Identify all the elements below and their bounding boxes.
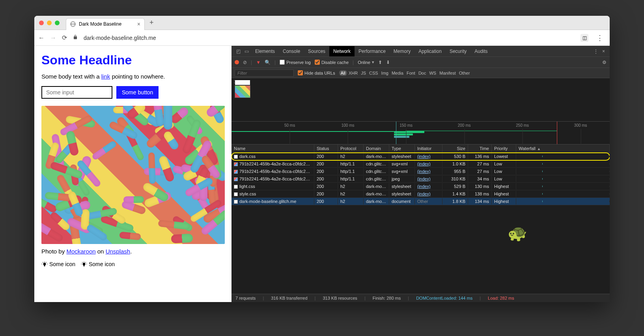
col-name[interactable]: Name — [231, 145, 314, 152]
titlebar: Dark Mode Baseline × + — [34, 16, 610, 30]
table-row[interactable]: 791b2241-459b-4a2e-8cca-c0fdc2…200http/1… — [231, 175, 610, 183]
status-finish: Finish: 280 ms — [373, 296, 401, 300]
col-size[interactable]: Size — [442, 145, 468, 152]
timeline-bar — [394, 131, 424, 133]
icon-item-2: Some icon — [81, 261, 115, 268]
table-row[interactable]: light.css200h2dark-mo…stylesheet(index)5… — [231, 183, 610, 190]
page-body: Some body text with a link pointing to n… — [41, 73, 224, 80]
filter-type-doc[interactable]: Doc — [417, 70, 428, 76]
close-window-button[interactable] — [39, 21, 44, 25]
filter-type-js[interactable]: JS — [359, 70, 368, 76]
timeline-bar — [231, 131, 394, 132]
filter-type-ws[interactable]: WS — [427, 70, 438, 76]
col-domain[interactable]: Domain — [364, 145, 389, 152]
maximize-window-button[interactable] — [55, 21, 60, 25]
text-input[interactable] — [41, 86, 112, 99]
caption-author-link[interactable]: Mockaroon — [66, 248, 95, 255]
timeline-bar — [394, 133, 413, 135]
filter-input[interactable] — [235, 69, 294, 77]
upload-icon[interactable]: ⬆ — [378, 60, 382, 65]
url-text[interactable]: dark-mode-baseline.glitch.me — [84, 35, 575, 41]
minimize-window-button[interactable] — [47, 21, 52, 25]
timeline-tick: 150 ms — [399, 123, 413, 128]
table-row[interactable]: 791b2241-459b-4a2e-8cca-c0fdc2…200http/1… — [231, 168, 610, 175]
filter-toggle-icon[interactable]: ▼ — [256, 60, 261, 65]
extension-icon[interactable]: ◫ — [581, 34, 588, 42]
devtools-tab-memory[interactable]: Memory — [390, 46, 414, 56]
record-button[interactable] — [235, 60, 239, 64]
status-requests: 7 requests — [235, 296, 256, 300]
devtools-tab-performance[interactable]: Performance — [355, 46, 390, 56]
timeline-tick: 300 ms — [574, 123, 587, 128]
inspect-icon[interactable]: ◰ — [235, 47, 242, 56]
table-row[interactable]: dark-mode-baseline.glitch.me200h2dark-mo… — [231, 198, 610, 205]
col-initiator[interactable]: Initiator — [415, 145, 442, 152]
table-row[interactable]: 791b2241-459b-4a2e-8cca-c0fdc2…200http/1… — [231, 160, 610, 168]
search-icon[interactable]: 🔍 — [265, 60, 271, 65]
col-type[interactable]: Type — [389, 145, 415, 152]
filter-type-media[interactable]: Media — [390, 70, 405, 76]
disable-cache-checkbox[interactable]: Disable cache — [315, 60, 349, 65]
svg-rect-1 — [44, 265, 45, 267]
devtools-tab-elements[interactable]: Elements — [251, 46, 279, 56]
devtools-tab-application[interactable]: Application — [414, 46, 446, 56]
table-row[interactable]: dark.css200h2dark-mo…stylesheet(index)53… — [231, 153, 610, 160]
filter-type-manifest[interactable]: Manifest — [438, 70, 457, 76]
form-row: Some button — [41, 86, 224, 99]
throttling-select[interactable]: Online▾ — [358, 60, 374, 65]
col-status[interactable]: Status — [314, 145, 338, 152]
turtle-emoji: 🐢 — [508, 224, 527, 242]
icon-item-1: Some icon — [41, 261, 75, 268]
preserve-log-checkbox[interactable]: Preserve log — [280, 60, 311, 65]
timeline-tick: 100 ms — [342, 123, 355, 128]
download-icon[interactable]: ⬇ — [386, 60, 390, 65]
submit-button[interactable]: Some button — [116, 86, 159, 99]
page-content: Some Headline Some body text with a link… — [34, 46, 231, 302]
table-row[interactable]: style.css200h2dark-mo…stylesheet(index)1… — [231, 190, 610, 198]
devtools-tab-sources[interactable]: Sources — [304, 46, 329, 56]
devtools-panel: ◰ ▭ ElementsConsoleSourcesNetworkPerform… — [231, 46, 610, 302]
devtools-tab-console[interactable]: Console — [279, 46, 304, 56]
devtools-tab-network[interactable]: Network — [329, 46, 355, 56]
browser-menu-button[interactable]: ⋮ — [594, 34, 606, 42]
settings-gear-icon[interactable]: ⚙ — [602, 60, 607, 65]
filter-type-other[interactable]: Other — [457, 70, 472, 76]
filter-type-xhr[interactable]: XHR — [347, 70, 359, 76]
overview-pane[interactable]: 311 ms — [231, 78, 610, 122]
device-icon[interactable]: ▭ — [243, 47, 250, 56]
col-protocol[interactable]: Protocol — [338, 145, 364, 152]
svg-line-5 — [43, 262, 43, 263]
hero-image — [41, 106, 225, 244]
devtools-tab-security[interactable]: Security — [446, 46, 470, 56]
devtools-menu-icon[interactable]: ⋮ — [592, 47, 600, 56]
load-marker — [557, 122, 557, 144]
devtools-close-button[interactable]: × — [601, 47, 607, 56]
timeline-ruler[interactable]: 50 ms100 ms150 ms200 ms250 ms300 ms — [231, 122, 610, 145]
reload-button[interactable]: ⟳ — [62, 34, 67, 41]
clear-button[interactable]: ⊘ — [243, 60, 247, 65]
browser-tab[interactable]: Dark Mode Baseline × — [66, 18, 145, 30]
close-tab-button[interactable]: × — [137, 21, 140, 27]
filter-type-all[interactable]: All — [339, 70, 347, 76]
filter-type-css[interactable]: CSS — [368, 70, 380, 76]
bulb-icon — [81, 261, 87, 268]
new-tab-button[interactable]: + — [149, 19, 154, 27]
back-button[interactable]: ← — [38, 34, 45, 41]
devtools-tabs: ◰ ▭ ElementsConsoleSourcesNetworkPerform… — [231, 46, 610, 57]
table-header: Name Status Protocol Domain Type Initiat… — [231, 145, 610, 153]
status-bar: 7 requests| 316 KB transferred| 313 KB r… — [231, 294, 610, 302]
hide-data-urls-checkbox[interactable]: Hide data URLs — [298, 70, 335, 75]
forward-button[interactable]: → — [50, 34, 56, 41]
tab-title: Dark Mode Baseline — [79, 21, 121, 27]
body-link[interactable]: link — [101, 73, 110, 80]
col-time[interactable]: Time — [468, 145, 492, 152]
devtools-tab-audits[interactable]: Audits — [470, 46, 491, 56]
globe-icon — [70, 21, 76, 27]
col-priority[interactable]: Priority — [492, 145, 516, 152]
filter-type-img[interactable]: Img — [380, 70, 390, 76]
caption-site-link[interactable]: Unsplash — [106, 248, 131, 255]
lock-icon — [73, 34, 78, 41]
filter-type-font[interactable]: Font — [405, 70, 417, 76]
photo-caption: Photo by Mockaroon on Unsplash. — [41, 248, 224, 255]
col-waterfall[interactable]: Waterfall▲ — [516, 145, 610, 152]
